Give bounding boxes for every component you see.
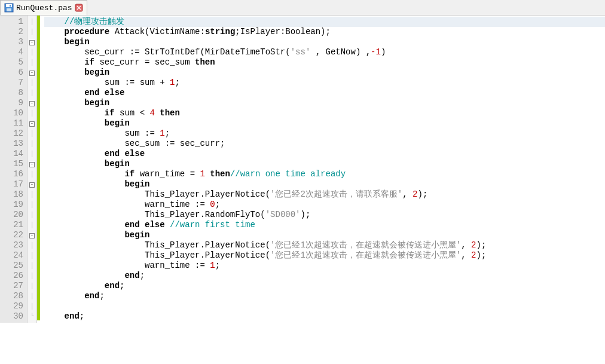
code-line[interactable]: begin <box>44 37 605 47</box>
fold-marker: └ <box>28 311 36 322</box>
lineno: 27 <box>1 281 23 291</box>
fold-marker: │ <box>28 57 36 68</box>
file-tab[interactable]: RunQuest.pas <box>0 0 87 15</box>
code-area[interactable]: //物理攻击触发 procedure Attack(VictimName:str… <box>41 16 605 323</box>
lineno: 30 <box>1 311 23 322</box>
fold-marker: │ <box>28 271 36 281</box>
code-line[interactable]: warn_time := 1; <box>44 261 605 271</box>
lineno: 18 <box>1 189 23 200</box>
lineno: 7 <box>1 78 23 88</box>
code-line[interactable]: warn_time := 0; <box>44 200 605 210</box>
fold-marker: │ <box>28 169 36 179</box>
lineno: 6 <box>1 68 23 78</box>
code-line[interactable]: end; <box>44 311 605 322</box>
file-tab-label: RunQuest.pas <box>16 4 72 13</box>
code-line[interactable]: if sec_curr = sec_sum then <box>44 57 605 68</box>
lineno: 16 <box>1 169 23 179</box>
lineno: 23 <box>1 240 23 250</box>
lineno: 19 <box>1 200 23 210</box>
code-line[interactable] <box>44 301 605 311</box>
code-line[interactable]: end else <box>44 149 605 159</box>
code-line[interactable]: begin <box>44 179 605 189</box>
fold-marker: │ <box>28 220 36 230</box>
code-line[interactable]: This_Player.PlayerNotice('您已经1次超速攻击，在超速就… <box>44 240 605 250</box>
lineno: 24 <box>1 250 23 261</box>
code-line[interactable]: sec_sum := sec_curr; <box>44 139 605 149</box>
lineno: 15 <box>1 159 23 169</box>
code-line[interactable]: if sum < 4 then <box>44 108 605 118</box>
svg-rect-2 <box>7 8 11 11</box>
fold-marker: │ <box>28 281 36 291</box>
fold-marker: │ <box>28 88 36 98</box>
code-line[interactable]: begin <box>44 230 605 240</box>
lineno: 20 <box>1 210 23 220</box>
code-line[interactable]: end else //warn first time <box>44 220 605 230</box>
tab-bar: RunQuest.pas <box>0 0 605 16</box>
code-line[interactable]: if warn_time = 1 then//warn one time alr… <box>44 169 605 179</box>
gutter-line-numbers: 1234567891011121314151617181920212223242… <box>0 16 28 323</box>
fold-marker: │ <box>28 200 36 210</box>
fold-marker: │ <box>28 301 36 311</box>
code-line[interactable]: //物理攻击触发 <box>44 17 605 27</box>
code-line[interactable]: procedure Attack(VictimName:string;IsPla… <box>44 27 605 37</box>
fold-marker: │ <box>28 78 36 88</box>
lineno: 25 <box>1 261 23 271</box>
code-line[interactable]: end; <box>44 271 605 281</box>
code-line[interactable]: begin <box>44 98 605 108</box>
svg-rect-3 <box>10 5 11 7</box>
code-line[interactable]: sum := sum + 1; <box>44 78 605 88</box>
fold-marker[interactable]: - <box>28 118 36 129</box>
fold-marker: │ <box>28 108 36 118</box>
code-line[interactable]: begin <box>44 159 605 169</box>
gutter-fold[interactable]: ││-││-││-│-│││-│-││││-│││││││└ <box>28 16 37 323</box>
lineno: 2 <box>1 27 23 37</box>
lineno: 21 <box>1 220 23 230</box>
lineno: 14 <box>1 149 23 159</box>
lineno: 12 <box>1 129 23 139</box>
fold-marker: │ <box>28 240 36 250</box>
fold-marker: │ <box>28 189 36 200</box>
lineno: 22 <box>1 230 23 240</box>
lineno: 11 <box>1 118 23 129</box>
code-line[interactable]: end else <box>44 88 605 98</box>
close-icon[interactable] <box>75 4 83 12</box>
fold-marker: │ <box>28 291 36 301</box>
fold-marker: │ <box>28 47 36 57</box>
svg-rect-1 <box>6 4 12 7</box>
fold-marker: │ <box>28 250 36 261</box>
lineno: 28 <box>1 291 23 301</box>
code-line[interactable]: This_Player.PlayerNotice('您已经1次超速攻击，在超速就… <box>44 250 605 261</box>
code-line[interactable]: sum := 1; <box>44 129 605 139</box>
lineno: 1 <box>1 17 23 27</box>
lineno: 9 <box>1 98 23 108</box>
fold-marker[interactable]: - <box>28 159 36 169</box>
fold-marker: │ <box>28 17 36 27</box>
fold-marker: │ <box>28 129 36 139</box>
code-line[interactable]: end; <box>44 291 605 301</box>
code-line[interactable]: begin <box>44 68 605 78</box>
lineno: 3 <box>1 37 23 47</box>
lineno: 8 <box>1 88 23 98</box>
lineno: 26 <box>1 271 23 281</box>
fold-marker: │ <box>28 261 36 271</box>
lineno: 4 <box>1 47 23 57</box>
fold-marker[interactable]: - <box>28 179 36 189</box>
lineno: 10 <box>1 108 23 118</box>
save-icon <box>4 3 14 13</box>
code-editor[interactable]: 1234567891011121314151617181920212223242… <box>0 16 605 323</box>
fold-marker[interactable]: - <box>28 37 36 47</box>
lineno: 5 <box>1 57 23 68</box>
code-line[interactable]: This_Player.RandomFlyTo('SD000'); <box>44 210 605 220</box>
fold-marker: │ <box>28 27 36 37</box>
code-line[interactable]: begin <box>44 118 605 129</box>
fold-marker[interactable]: - <box>28 68 36 78</box>
code-line[interactable]: This_Player.PlayerNotice('您已经2次超速攻击，请联系客… <box>44 189 605 200</box>
fold-marker: │ <box>28 139 36 149</box>
lineno: 17 <box>1 179 23 189</box>
fold-marker[interactable]: - <box>28 230 36 240</box>
code-line[interactable]: end; <box>44 281 605 291</box>
lineno: 13 <box>1 139 23 149</box>
code-line[interactable]: sec_curr := StrToIntDef(MirDateTimeToStr… <box>44 47 605 57</box>
fold-marker: │ <box>28 210 36 220</box>
fold-marker[interactable]: - <box>28 98 36 108</box>
